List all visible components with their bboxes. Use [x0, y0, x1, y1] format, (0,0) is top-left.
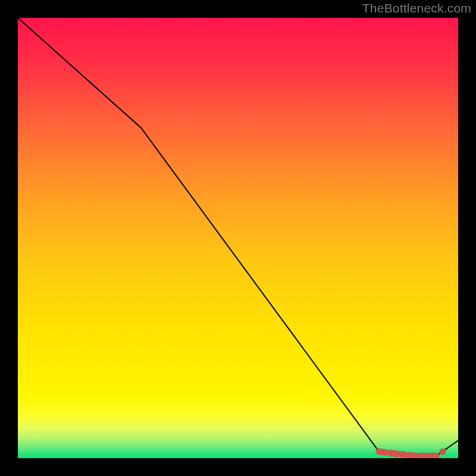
watermark-text: TheBottleneck.com: [362, 1, 471, 15]
plot-svg: [18, 18, 458, 458]
plot-area: [18, 18, 458, 458]
gradient-background: [18, 18, 458, 458]
chart-container: TheBottleneck.com: [0, 0, 476, 476]
highlight-point: [440, 448, 446, 455]
